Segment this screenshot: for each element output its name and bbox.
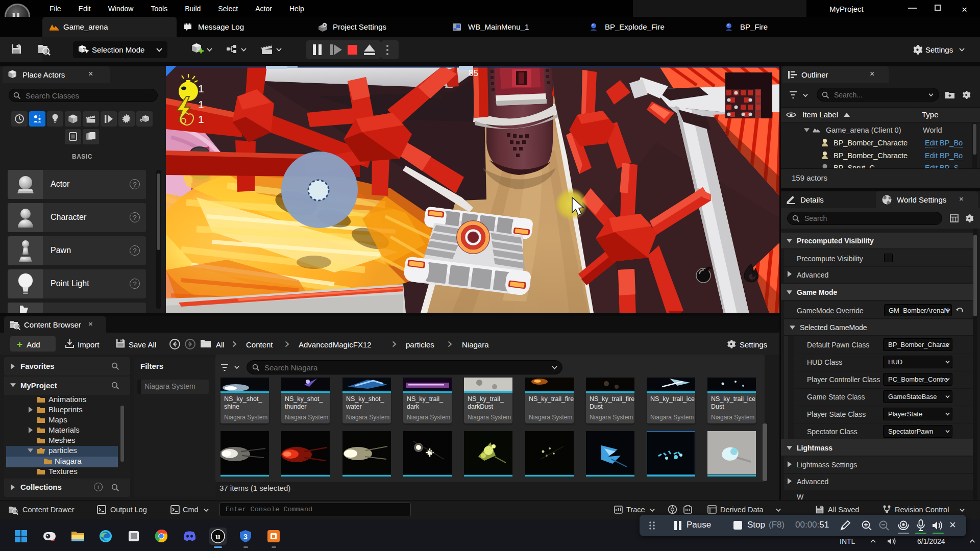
svg-text:1: 1 bbox=[198, 83, 204, 94]
svg-text:1: 1 bbox=[198, 113, 204, 125]
svg-text:1: 1 bbox=[198, 98, 204, 110]
svg-text:3: 3 bbox=[243, 533, 248, 541]
svg-text:u: u bbox=[215, 532, 220, 541]
